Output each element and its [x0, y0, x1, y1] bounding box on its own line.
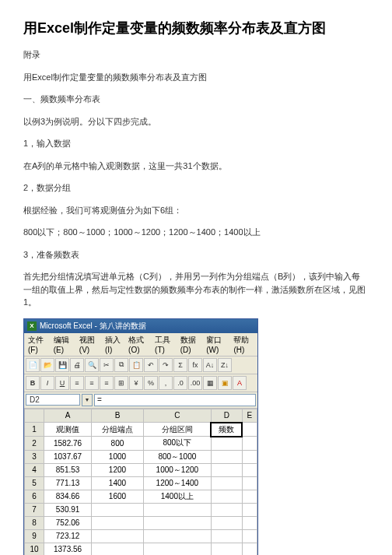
- align-right-button[interactable]: ≡: [100, 376, 114, 390]
- col-B[interactable]: B: [92, 409, 144, 423]
- col-E[interactable]: E: [242, 409, 257, 423]
- currency-button[interactable]: ¥: [129, 376, 143, 390]
- cell[interactable]: [242, 476, 257, 490]
- new-button[interactable]: 📄: [26, 358, 40, 372]
- cell[interactable]: 752.06: [44, 516, 92, 529]
- menu-edit[interactable]: 编辑(E): [51, 334, 75, 355]
- cell[interactable]: [92, 503, 144, 516]
- cell[interactable]: 1200～1400: [143, 476, 211, 490]
- font-color-button[interactable]: A: [233, 376, 247, 390]
- cell[interactable]: 1000: [92, 450, 144, 463]
- cell[interactable]: [92, 543, 144, 555]
- cell[interactable]: 1400以上: [143, 490, 211, 503]
- col-C[interactable]: C: [143, 409, 211, 423]
- cell[interactable]: [143, 529, 211, 543]
- menu-help[interactable]: 帮助(H): [231, 334, 256, 355]
- cell[interactable]: 分组区间: [143, 423, 211, 437]
- menu-tools[interactable]: 工具(T): [152, 334, 177, 355]
- cell[interactable]: 530.91: [44, 503, 92, 516]
- cell[interactable]: 1600: [92, 490, 144, 503]
- cell[interactable]: [143, 516, 211, 529]
- col-D[interactable]: D: [211, 409, 242, 423]
- cell[interactable]: 频数: [211, 423, 242, 437]
- row-9[interactable]: 9: [25, 529, 44, 543]
- row-7[interactable]: 7: [25, 503, 44, 516]
- cell[interactable]: 771.13: [44, 476, 92, 490]
- align-left-button[interactable]: ≡: [70, 376, 84, 390]
- cell[interactable]: 834.66: [44, 490, 92, 503]
- row-6[interactable]: 6: [25, 490, 44, 503]
- cell[interactable]: [211, 516, 242, 529]
- cell[interactable]: [242, 463, 257, 476]
- menu-data[interactable]: 数据(D): [178, 334, 203, 355]
- row-10[interactable]: 10: [25, 543, 44, 555]
- fill-color-button[interactable]: ▣: [218, 376, 232, 390]
- cell[interactable]: [242, 423, 257, 437]
- cell[interactable]: [242, 529, 257, 543]
- cell-D2[interactable]: [211, 437, 242, 451]
- underline-button[interactable]: U: [55, 376, 69, 390]
- redo-button[interactable]: ↷: [159, 358, 173, 372]
- row-1[interactable]: 1: [25, 423, 44, 437]
- copy-button[interactable]: ⧉: [114, 358, 128, 372]
- bold-button[interactable]: B: [26, 376, 40, 390]
- name-box[interactable]: D2: [26, 394, 80, 406]
- name-box-dropdown[interactable]: ▼: [82, 394, 93, 406]
- row-3[interactable]: 3: [25, 450, 44, 463]
- cell[interactable]: [242, 450, 257, 463]
- cell[interactable]: [143, 503, 211, 516]
- cell[interactable]: [242, 543, 257, 555]
- cell[interactable]: [242, 503, 257, 516]
- formula-bar[interactable]: =: [94, 394, 256, 406]
- menu-view[interactable]: 视图(V): [77, 334, 101, 355]
- paste-button[interactable]: 📋: [129, 358, 143, 372]
- cell[interactable]: 1037.67: [44, 450, 92, 463]
- row-8[interactable]: 8: [25, 516, 44, 529]
- cell[interactable]: [211, 503, 242, 516]
- menu-window[interactable]: 窗口(W): [204, 334, 229, 355]
- excel-grid[interactable]: A B C D E 1 观测值 分组端点 分组区间 频数 2 1582.76 8…: [24, 409, 257, 556]
- fx-button[interactable]: fx: [188, 358, 202, 372]
- undo-button[interactable]: ↶: [144, 358, 158, 372]
- borders-button[interactable]: ▦: [203, 376, 217, 390]
- cell[interactable]: [211, 463, 242, 476]
- cell[interactable]: 1582.76: [44, 437, 92, 451]
- sort-asc-button[interactable]: A↓: [203, 358, 217, 372]
- cell[interactable]: [92, 516, 144, 529]
- cell[interactable]: 800: [92, 437, 144, 451]
- cell[interactable]: 851.53: [44, 463, 92, 476]
- save-button[interactable]: 💾: [55, 358, 69, 372]
- inc-decimal-button[interactable]: .0: [173, 376, 187, 390]
- cell[interactable]: 800以下: [143, 437, 211, 451]
- cell[interactable]: [242, 516, 257, 529]
- cell[interactable]: 1200: [92, 463, 144, 476]
- row-5[interactable]: 5: [25, 476, 44, 490]
- merge-button[interactable]: ⊞: [114, 376, 128, 390]
- print-button[interactable]: 🖨: [70, 358, 84, 372]
- cell[interactable]: 分组端点: [92, 423, 144, 437]
- italic-button[interactable]: I: [40, 376, 54, 390]
- cell[interactable]: [242, 490, 257, 503]
- row-4[interactable]: 4: [25, 463, 44, 476]
- cell[interactable]: 1400: [92, 476, 144, 490]
- row-2[interactable]: 2: [25, 437, 44, 451]
- open-button[interactable]: 📂: [40, 358, 54, 372]
- percent-button[interactable]: %: [144, 376, 158, 390]
- cell[interactable]: 观测值: [44, 423, 92, 437]
- corner-cell[interactable]: [25, 409, 44, 423]
- cell[interactable]: [143, 543, 211, 555]
- sum-button[interactable]: Σ: [173, 358, 187, 372]
- cell[interactable]: [211, 476, 242, 490]
- cell[interactable]: [211, 490, 242, 503]
- cell[interactable]: 1000～1200: [143, 463, 211, 476]
- preview-button[interactable]: 🔍: [85, 358, 99, 372]
- cell[interactable]: 800～1000: [143, 450, 211, 463]
- cell[interactable]: 723.12: [44, 529, 92, 543]
- comma-button[interactable]: ,: [159, 376, 173, 390]
- cell[interactable]: [211, 543, 242, 555]
- col-A[interactable]: A: [44, 409, 92, 423]
- menu-format[interactable]: 格式(O): [126, 334, 151, 355]
- dec-decimal-button[interactable]: .00: [188, 376, 202, 390]
- cell[interactable]: 1373.56: [44, 543, 92, 555]
- align-center-button[interactable]: ≡: [85, 376, 99, 390]
